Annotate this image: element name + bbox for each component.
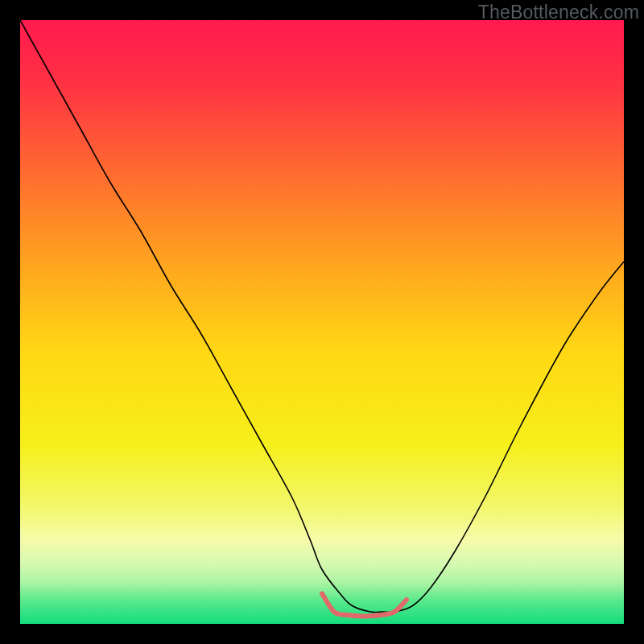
chart-container: TheBottleneck.com [0,0,644,644]
plot-area [20,20,624,624]
chart-svg [20,20,624,624]
gradient-background [20,20,624,624]
watermark-text: TheBottleneck.com [478,2,639,23]
